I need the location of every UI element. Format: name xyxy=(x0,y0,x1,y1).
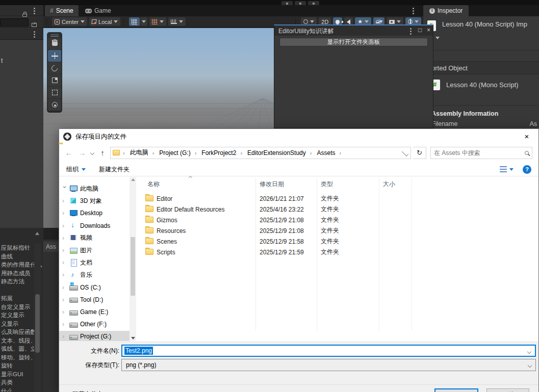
history-dropdown-icon[interactable] xyxy=(90,150,94,154)
refresh-button[interactable] xyxy=(413,147,426,159)
lesson-list-scrollbar[interactable] xyxy=(34,243,41,392)
breadcrumb-label[interactable]: EditorExtensionStudy xyxy=(245,148,308,158)
maximize-icon[interactable]: □ xyxy=(418,27,422,34)
search-input[interactable] xyxy=(434,149,525,156)
tree-item[interactable]: Tool (D:) xyxy=(59,294,130,305)
move-tool-button[interactable] xyxy=(48,50,61,62)
expander-icon[interactable] xyxy=(62,271,67,278)
tree-item-label[interactable]: 视频 xyxy=(80,233,92,242)
back-button[interactable] xyxy=(63,148,74,157)
scroll-up-icon[interactable] xyxy=(35,232,39,235)
cancel-button[interactable]: 取消 xyxy=(486,388,529,392)
scrollbar-thumb[interactable] xyxy=(35,294,40,353)
rect-tool-button[interactable] xyxy=(48,87,61,98)
search-box[interactable] xyxy=(430,147,532,159)
save-button[interactable]: 保存(S) xyxy=(434,388,478,392)
expander-icon[interactable] xyxy=(62,296,67,303)
tree-item-label[interactable]: Tool (D:) xyxy=(80,296,103,303)
window-menu-icon[interactable] xyxy=(410,27,412,34)
snap-increment-button[interactable] xyxy=(149,17,166,26)
savetype-dropdown[interactable]: png (*.png) xyxy=(121,359,536,371)
breadcrumb-item[interactable]: 此电脑 xyxy=(128,147,157,158)
column-header-date[interactable]: 修改日期 xyxy=(260,178,284,190)
forward-button[interactable] xyxy=(76,148,88,157)
expander-icon[interactable] xyxy=(62,197,67,204)
tree-item-label[interactable]: 文档 xyxy=(80,258,92,267)
transform-tool-button[interactable] xyxy=(48,99,61,111)
new-folder-button[interactable]: 新建文件夹 xyxy=(99,165,130,174)
tree-item-label[interactable]: OS (C:) xyxy=(80,284,101,291)
kebab-menu-icon[interactable] xyxy=(34,34,35,35)
tree-item[interactable]: 此电脑 xyxy=(59,183,130,194)
tree-item[interactable]: 图片 xyxy=(59,245,130,256)
expander-icon[interactable] xyxy=(62,210,67,217)
file-name[interactable]: Editor xyxy=(157,195,172,202)
chevron-down-icon[interactable] xyxy=(435,37,440,39)
rotate-tool-button[interactable] xyxy=(48,62,61,74)
file-name[interactable]: Scripts xyxy=(157,249,175,256)
rotation-local-dropdown[interactable]: Local xyxy=(89,17,120,26)
tree-item[interactable]: 3D 对象 xyxy=(59,195,130,206)
expander-icon[interactable] xyxy=(62,284,67,291)
file-name[interactable]: Editor Default Resources xyxy=(157,206,224,213)
expander-icon[interactable] xyxy=(62,234,67,242)
scale-tool-button[interactable] xyxy=(48,74,61,86)
tree-item[interactable]: Downloads xyxy=(59,220,130,231)
tree-item-label[interactable]: 3D 对象 xyxy=(80,197,102,205)
imported-script-row[interactable]: Lesson 40 (Mono Script) xyxy=(431,80,519,90)
filename-input[interactable]: Test2.png xyxy=(121,345,536,357)
play-button[interactable] xyxy=(281,1,293,5)
pivot-center-dropdown[interactable]: Center xyxy=(52,17,87,26)
tree-item[interactable]: 文档 xyxy=(59,257,130,268)
breadcrumb-item[interactable]: ForkProject2 xyxy=(199,148,244,158)
ruler-dropdown[interactable] xyxy=(168,17,186,26)
scrollbar-thumb[interactable] xyxy=(131,237,135,296)
breadcrumb-item[interactable]: EditorExtensionStudy xyxy=(245,148,314,158)
organize-dropdown[interactable]: 组织 xyxy=(66,165,86,174)
popout-icon[interactable] xyxy=(32,23,37,27)
address-dropdown-icon[interactable] xyxy=(402,149,408,156)
tree-item-label[interactable]: 图片 xyxy=(80,246,92,255)
tab-scene[interactable]: Scene xyxy=(45,5,79,16)
tab-inspector[interactable]: Inspector xyxy=(423,5,469,16)
tree-item[interactable]: Project (G:) xyxy=(59,331,130,341)
tree-scrollbar[interactable] xyxy=(130,177,136,341)
help-button[interactable] xyxy=(523,165,531,174)
file-row[interactable]: Resources 2025/12/9 21:08 文件夹 xyxy=(138,225,538,236)
grid-snap-button[interactable] xyxy=(129,17,140,26)
expander-icon[interactable] xyxy=(62,333,67,340)
breadcrumb-label[interactable]: 此电脑 xyxy=(128,147,150,158)
breadcrumb-label[interactable]: Assets xyxy=(315,148,337,158)
editor-utility-button[interactable]: 显示打开文件夹面板 xyxy=(279,38,428,46)
address-bar[interactable]: 此电脑 Project (G:) ForkProject2 Ed xyxy=(110,147,411,159)
file-name[interactable]: Resources xyxy=(157,227,186,234)
tree-item[interactable]: Game (E:) xyxy=(59,306,130,318)
tree-item-label[interactable]: Project (G:) xyxy=(80,333,111,340)
file-row[interactable]: Gizmos 2025/12/9 21:08 文件夹 xyxy=(138,215,538,225)
tree-item[interactable]: Desktop xyxy=(59,207,130,219)
expander-icon[interactable] xyxy=(62,308,67,316)
pause-button[interactable] xyxy=(295,1,306,5)
tree-item[interactable]: OS (C:) xyxy=(59,282,130,293)
hide-folders-button[interactable]: 隐藏文件夹 xyxy=(65,390,103,392)
scroll-down-icon[interactable] xyxy=(131,337,135,339)
expander-icon[interactable] xyxy=(62,321,67,328)
expander-icon[interactable] xyxy=(61,186,68,191)
expander-icon[interactable] xyxy=(62,247,67,254)
file-name[interactable]: Gizmos xyxy=(157,217,177,224)
panel-menu-icon[interactable] xyxy=(413,10,414,12)
kebab-menu-icon[interactable] xyxy=(34,10,35,12)
file-name[interactable]: Scenes xyxy=(157,238,177,245)
close-icon[interactable] xyxy=(519,131,534,142)
hand-tool-button[interactable] xyxy=(48,38,61,49)
column-header-size[interactable]: 大小 xyxy=(383,178,395,190)
chevron-down-icon[interactable] xyxy=(528,363,532,368)
file-row[interactable]: Scripts 2025/12/9 21:59 文件夹 xyxy=(138,247,538,257)
up-button[interactable] xyxy=(97,148,108,157)
grid-snap-dropdown[interactable] xyxy=(140,17,147,26)
breadcrumb-item[interactable]: Project (G:) xyxy=(157,148,198,158)
tree-item-label[interactable]: Desktop xyxy=(80,210,102,217)
tree-item[interactable]: 视频 xyxy=(59,232,130,244)
assets-tab-fragment[interactable]: Ass xyxy=(43,242,59,252)
scroll-up-icon[interactable] xyxy=(131,178,135,181)
